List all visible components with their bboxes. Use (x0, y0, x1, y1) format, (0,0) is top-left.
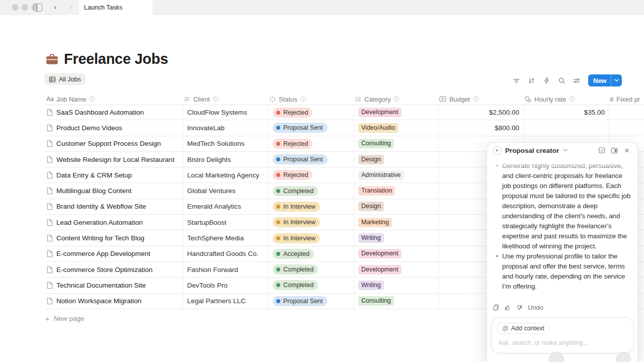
category-cell[interactable]: Marketing (354, 215, 438, 230)
info-icon[interactable]: ⓘ (473, 97, 478, 102)
column-header-category[interactable]: Category ⓘ (354, 96, 438, 103)
job-name-cell[interactable]: Notion Workspace Migration (45, 294, 183, 309)
category-cell[interactable]: Consulting (354, 136, 438, 151)
budget-cell[interactable]: $2,500.00 (438, 105, 523, 120)
new-page-button[interactable]: + New page (45, 313, 85, 324)
client-cell[interactable]: MedTech Solutions (183, 136, 268, 151)
forward-icon[interactable]: › (66, 3, 76, 11)
add-context-button[interactable]: @ Add context (497, 323, 550, 334)
close-window-button[interactable] (12, 4, 19, 11)
table-row[interactable]: Product Demo Videos InnovateLab Proposal… (45, 120, 644, 136)
job-name-cell[interactable]: Lead Generation Automation (45, 215, 183, 230)
column-header-hourly-rate[interactable]: Hourly rate ⓘ (523, 96, 609, 103)
job-name-cell[interactable]: E-commerce App Development (45, 246, 183, 261)
edit-icon[interactable] (597, 146, 606, 155)
category-cell[interactable]: Administrative (354, 167, 438, 183)
category-cell[interactable]: Development (354, 105, 438, 120)
client-cell[interactable]: Handcrafted Goods Co. (183, 246, 268, 261)
info-icon[interactable]: ⓘ (300, 97, 306, 102)
panel-bottom-button-left[interactable] (549, 352, 564, 362)
category-cell[interactable]: Design (354, 152, 438, 167)
copy-icon[interactable] (493, 304, 499, 311)
ai-panel-title[interactable]: Proposal creator (505, 147, 559, 154)
job-name-cell[interactable]: Multilingual Blog Content (45, 183, 183, 198)
automation-icon[interactable] (541, 75, 552, 86)
job-name-cell[interactable]: Data Entry & CRM Setup (45, 167, 183, 183)
sort-icon[interactable] (526, 75, 537, 86)
back-icon[interactable]: ‹ (50, 3, 60, 11)
column-header-client[interactable]: Client ⓘ (183, 96, 268, 103)
status-cell[interactable]: Rejected (268, 105, 354, 120)
status-cell[interactable]: In Interview (268, 215, 354, 230)
tab-launch-tasks[interactable]: Launch Tasks (79, 0, 152, 15)
job-name-cell[interactable]: Website Redesign for Local Restaurant (45, 152, 183, 167)
thumbs-up-icon[interactable] (505, 305, 511, 311)
client-cell[interactable]: Fashion Forward (183, 262, 268, 277)
hourly-rate-cell[interactable]: $35.00 (523, 105, 609, 120)
client-cell[interactable]: Global Ventures (183, 183, 268, 198)
settings-sliders-icon[interactable] (571, 75, 582, 86)
category-cell[interactable]: Translation (354, 183, 438, 198)
undo-button[interactable]: Undo (528, 304, 543, 311)
category-cell[interactable]: Consulting (354, 294, 438, 309)
view-tab-all-jobs[interactable]: All Jobs (44, 73, 86, 85)
client-cell[interactable]: Legal Partners LLC (183, 294, 268, 309)
category-cell[interactable]: Writing (354, 230, 438, 245)
table-row[interactable]: SaaS Dashboard Automation CloudFlow Syst… (45, 105, 644, 120)
search-icon[interactable] (556, 75, 567, 86)
client-cell[interactable]: CloudFlow Systems (183, 105, 268, 120)
new-button-chevron-down-icon[interactable] (611, 74, 622, 86)
status-cell[interactable]: Proposal Sent (268, 294, 354, 309)
client-cell[interactable]: Local Marketing Agency (183, 167, 268, 183)
budget-cell[interactable]: $800.00 (438, 120, 523, 135)
status-cell[interactable]: In Interview (268, 230, 354, 245)
status-cell[interactable]: Rejected (268, 167, 354, 183)
status-cell[interactable]: Completed (268, 262, 354, 277)
info-icon[interactable]: ⓘ (213, 97, 218, 102)
client-cell[interactable]: DevTools Pro (183, 278, 268, 293)
status-cell[interactable]: Proposal Sent (268, 120, 354, 135)
panel-bottom-button-right[interactable] (616, 352, 631, 362)
open-side-icon[interactable] (610, 146, 619, 155)
chevron-down-icon[interactable] (563, 149, 568, 152)
status-cell[interactable]: In Interview (268, 199, 354, 214)
job-name-cell[interactable]: Brand Identity & Webflow Site (45, 199, 183, 214)
client-cell[interactable]: Bistro Delights (183, 152, 268, 167)
category-cell[interactable]: Development (354, 246, 438, 261)
new-button[interactable]: New (588, 74, 622, 86)
client-cell[interactable]: StartupBoost (183, 215, 268, 230)
client-cell[interactable]: InnovateLab (183, 120, 268, 135)
category-cell[interactable]: Design (354, 199, 438, 214)
ai-input-box[interactable]: @ Add context Ask, search, or make anyth… (491, 317, 634, 353)
thumbs-down-icon[interactable] (516, 305, 522, 311)
job-name-cell[interactable]: E-commerce Store Optimization (45, 262, 183, 277)
job-name-cell[interactable]: SaaS Dashboard Automation (45, 105, 183, 120)
status-cell[interactable]: Proposal Sent (268, 152, 354, 167)
column-header-status[interactable]: Status ⓘ (268, 96, 354, 103)
info-icon[interactable]: ⓘ (570, 97, 575, 102)
minimize-window-button[interactable] (22, 4, 28, 11)
job-name-cell[interactable]: Customer Support Process Design (45, 136, 183, 151)
client-cell[interactable]: TechSphere Media (183, 230, 268, 245)
column-header-fixed-price[interactable]: # Fixed pr (609, 96, 644, 103)
category-cell[interactable]: Development (354, 262, 438, 277)
filter-icon[interactable] (511, 75, 522, 86)
column-header-budget[interactable]: Budget ⓘ (438, 96, 523, 103)
status-cell[interactable]: Completed (268, 183, 354, 198)
job-name-cell[interactable]: Technical Documentation Site (45, 278, 183, 293)
status-cell[interactable]: Rejected (268, 136, 354, 151)
job-name-cell[interactable]: Product Demo Videos (45, 120, 183, 135)
close-icon[interactable]: ✕ (622, 146, 631, 155)
fixed-price-cell[interactable] (609, 120, 644, 135)
sidebar-toggle-icon[interactable] (33, 4, 42, 12)
job-name-cell[interactable]: Content Writing for Tech Blog (45, 230, 183, 245)
info-icon[interactable]: ⓘ (90, 97, 95, 102)
column-header-job-name[interactable]: Aa Job Name ⓘ (45, 96, 183, 103)
hourly-rate-cell[interactable] (523, 120, 609, 135)
status-cell[interactable]: Completed (268, 278, 354, 293)
info-icon[interactable]: ⓘ (394, 97, 399, 102)
status-cell[interactable]: Accepted (268, 246, 354, 261)
fixed-price-cell[interactable] (609, 105, 644, 120)
category-cell[interactable]: Writing (354, 278, 438, 293)
client-cell[interactable]: Emerald Analytics (183, 199, 268, 214)
